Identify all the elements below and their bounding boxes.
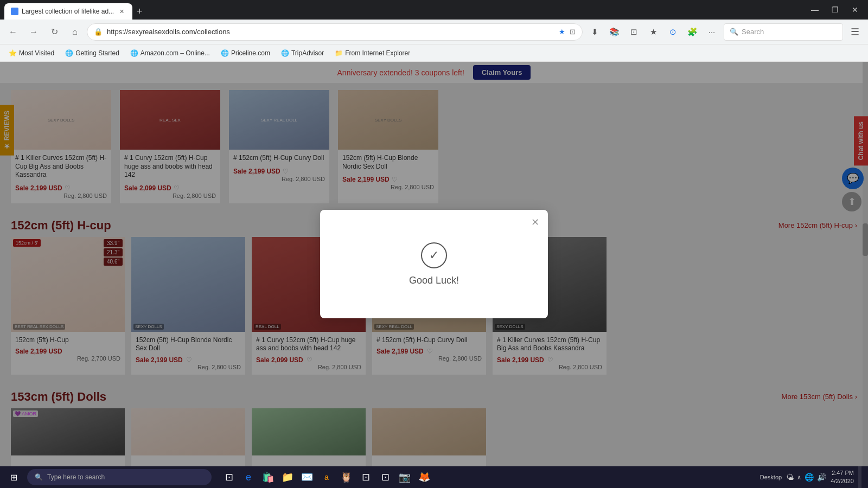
- weather-icon: 🌤: [786, 473, 794, 481]
- show-desktop-button[interactable]: [858, 466, 861, 488]
- edge-icon[interactable]: e: [240, 466, 257, 488]
- modal-message: Good Luck!: [409, 275, 459, 286]
- bookmark-label-2: Getting Started: [75, 49, 119, 57]
- app-icon-1[interactable]: ⊡: [357, 466, 374, 488]
- bookmark-label-4: Priceline.com: [231, 49, 270, 57]
- bookmark-star-icon[interactable]: ★: [559, 28, 565, 36]
- title-bar: Largest collection of lifelike ad... ✕ +…: [0, 0, 868, 20]
- reader-view-button[interactable]: ⊡: [625, 23, 642, 41]
- mail-icon[interactable]: ✉️: [298, 466, 316, 488]
- new-tab-button[interactable]: +: [132, 4, 147, 20]
- taskbar-search-placeholder: Type here to search: [47, 473, 105, 481]
- date-display: 4/2/2020: [831, 477, 854, 485]
- task-view-button[interactable]: ⊡: [220, 466, 238, 488]
- search-placeholder: Search: [742, 28, 764, 36]
- bookmark-amazon[interactable]: 🌐 Amazon.com – Online...: [126, 47, 214, 59]
- modal-check-icon: ✓: [421, 242, 447, 268]
- desktop-label: Desktop: [760, 474, 782, 480]
- bookmark-favicon-2: 🌐: [65, 49, 73, 57]
- network-icon[interactable]: 🌐: [805, 473, 814, 481]
- maximize-button[interactable]: ❐: [826, 3, 844, 16]
- bookmark-favicon-3: 🌐: [130, 49, 138, 57]
- search-icon: 🔍: [730, 28, 738, 36]
- home-button[interactable]: ⌂: [66, 23, 84, 41]
- extensions-button[interactable]: 🧩: [684, 23, 701, 41]
- clock-display[interactable]: 2:47 PM 4/2/2020: [831, 469, 854, 486]
- bookmark-label: Most Visited: [19, 49, 54, 57]
- favorites-button[interactable]: ★: [644, 23, 662, 41]
- nav-right-icons: ⬇ 📚 ⊡ ★ ⊙ 🧩 ···: [586, 23, 720, 41]
- windows-icon: ⊞: [10, 472, 17, 483]
- app-icon-3[interactable]: 📷: [396, 466, 413, 488]
- menu-button[interactable]: ☰: [846, 24, 864, 40]
- taskbar-search-bar[interactable]: 🔍 Type here to search: [27, 469, 212, 485]
- bookmark-most-visited[interactable]: ⭐ Most Visited: [4, 47, 59, 59]
- reader-mode-icon[interactable]: ⊡: [570, 28, 576, 36]
- taskbar-icons: ⊡ e 🛍️ 📁 ✉️ a 🦉 ⊡ ⊡ 📷 🦊: [220, 466, 433, 488]
- good-luck-modal: ✕ ✓ Good Luck!: [320, 210, 548, 318]
- browser-search-box[interactable]: 🔍 Search: [724, 23, 843, 41]
- modal-close-button[interactable]: ✕: [531, 216, 539, 228]
- store-icon[interactable]: 🛍️: [259, 466, 277, 488]
- browser-tab[interactable]: Largest collection of lifelike ad... ✕: [4, 3, 132, 20]
- bookmark-favicon-4: 🌐: [221, 49, 229, 57]
- security-shield-icon: 🔒: [94, 28, 103, 36]
- bookmark-ie[interactable]: 📁 From Internet Explorer: [330, 47, 414, 59]
- bookmark-getting-started[interactable]: 🌐 Getting Started: [61, 47, 124, 59]
- start-button[interactable]: ⊞: [0, 466, 27, 488]
- close-button[interactable]: ✕: [846, 3, 864, 16]
- bookmark-favicon-5: 🌐: [281, 49, 289, 57]
- system-tray: 🌤 ∧ 🌐 🔊: [786, 473, 826, 481]
- volume-icon[interactable]: 🔊: [817, 473, 826, 481]
- taskbar: ⊞ 🔍 Type here to search ⊡ e 🛍️ 📁 ✉️ a 🦉 …: [0, 466, 868, 488]
- firefox-icon[interactable]: 🦊: [416, 466, 433, 488]
- tab-title: Largest collection of lifelike ad...: [22, 8, 114, 15]
- tab-area: Largest collection of lifelike ad... ✕ +: [4, 0, 147, 20]
- bookmark-priceline[interactable]: 🌐 Priceline.com: [216, 47, 275, 59]
- nav-bar: ← → ↻ ⌂ 🔒 https://sexyrealsexdolls.com/c…: [0, 20, 868, 44]
- time-display: 2:47 PM: [831, 469, 854, 477]
- bookmarks-bar: ⭐ Most Visited 🌐 Getting Started 🌐 Amazo…: [0, 44, 868, 62]
- bookmark-tripadvisor[interactable]: 🌐 TripAdvisor: [277, 47, 328, 59]
- downloads-button[interactable]: ⬇: [586, 23, 603, 41]
- app-icon-2[interactable]: ⊡: [376, 466, 394, 488]
- bookmark-favicon-6: 📁: [335, 49, 343, 57]
- reload-button[interactable]: ↻: [46, 23, 63, 41]
- taskbar-search-icon: 🔍: [35, 473, 43, 481]
- profile-button[interactable]: ⊙: [664, 23, 681, 41]
- more-button[interactable]: ···: [703, 23, 720, 41]
- modal-overlay[interactable]: ✕ ✓ Good Luck!: [0, 62, 868, 466]
- main-page-area: Anniversary extended! 3 coupons left! Cl…: [0, 62, 868, 466]
- tripadvisor-icon[interactable]: 🦉: [337, 466, 355, 488]
- bookmark-label-5: TripAdvisor: [291, 49, 324, 57]
- expand-tray-icon[interactable]: ∧: [797, 474, 801, 481]
- minimize-button[interactable]: —: [806, 3, 824, 16]
- bookmark-favicon: ⭐: [9, 49, 17, 57]
- taskbar-right: Desktop 🌤 ∧ 🌐 🔊 2:47 PM 4/2/2020: [760, 466, 868, 488]
- back-button[interactable]: ←: [4, 23, 22, 41]
- bookmark-label-6: From Internet Explorer: [345, 49, 410, 57]
- collections-button[interactable]: 📚: [605, 23, 623, 41]
- address-bar[interactable]: 🔒 https://sexyrealsexdolls.com/collectio…: [87, 23, 583, 41]
- bookmark-label-3: Amazon.com – Online...: [141, 49, 210, 57]
- amazon-icon[interactable]: a: [318, 466, 335, 488]
- explorer-icon[interactable]: 📁: [279, 466, 296, 488]
- url-display: https://sexyrealsexdolls.com/collections: [107, 28, 554, 36]
- window-controls: — ❐ ✕: [806, 3, 864, 16]
- forward-button[interactable]: →: [25, 23, 42, 41]
- tab-favicon: [11, 8, 18, 15]
- tab-close-button[interactable]: ✕: [117, 7, 126, 16]
